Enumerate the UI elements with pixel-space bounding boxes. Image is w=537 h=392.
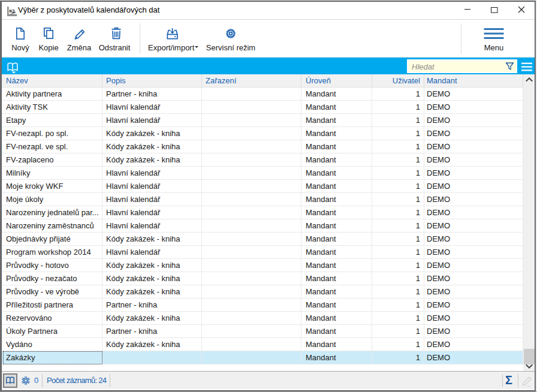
svg-text:K2: K2 <box>10 8 15 14</box>
